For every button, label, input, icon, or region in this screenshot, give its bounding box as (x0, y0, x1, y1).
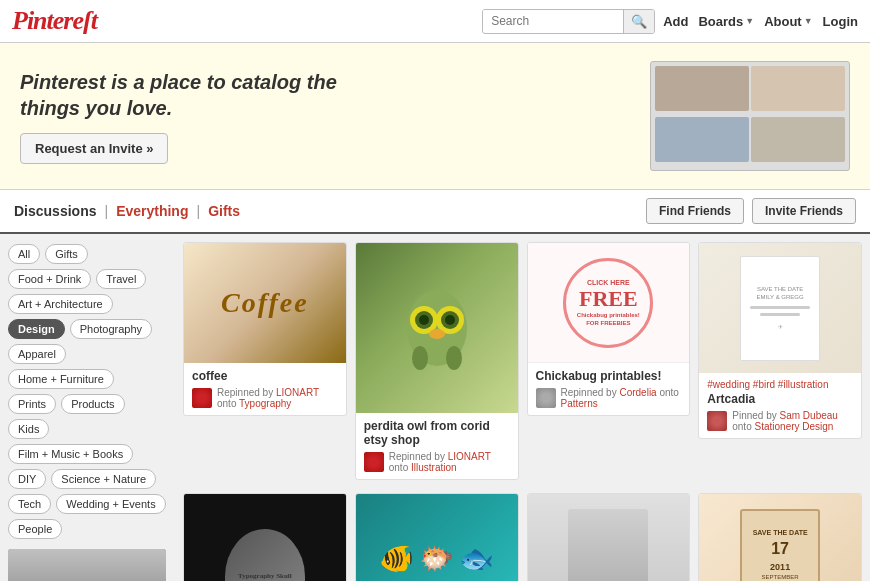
fish-icon: 🐠 (379, 542, 414, 575)
chevron-down-icon: ▼ (745, 16, 754, 26)
filter-all[interactable]: All (8, 244, 40, 264)
pin-board-link[interactable]: Illustration (411, 462, 457, 473)
banner: Pinterest is a place to catalog the thin… (0, 43, 870, 190)
pin-card[interactable]: perdita owl from corid etsy shop Repinne… (355, 242, 519, 480)
avatar (707, 411, 727, 431)
filter-gifts[interactable]: Gifts (45, 244, 88, 264)
logo[interactable]: Pintereſt (12, 6, 97, 36)
sidebar-person-image (8, 549, 166, 581)
pin-board-link[interactable]: Patterns (561, 398, 598, 409)
preview-thumb (655, 117, 749, 162)
filter-design[interactable]: Design (8, 319, 65, 339)
card-visual: SAVE THE DATEEMILY & GREGG ✈ (740, 256, 820, 361)
invite-friends-button[interactable]: Invite Friends (752, 198, 856, 224)
filter-products[interactable]: Products (61, 394, 124, 414)
svg-point-8 (412, 346, 428, 370)
invite-button[interactable]: Request an Invite » (20, 133, 168, 164)
pin-card[interactable]: Coffee coffee Repinned by LIONART onto T… (183, 242, 347, 416)
pin-user-link[interactable]: Cordelia (619, 387, 656, 398)
fish-icon: 🐡 (419, 542, 454, 575)
boards-button[interactable]: Boards ▼ (698, 14, 754, 29)
header: Pintereſt 🔍 Add Boards ▼ About ▼ Login (0, 0, 870, 43)
separator: | (196, 203, 200, 219)
pin-body: coffee Repinned by LIONART onto Typograp… (184, 363, 346, 415)
filter-food-drink[interactable]: Food + Drink (8, 269, 91, 289)
preview-thumb (751, 117, 845, 162)
filter-film-music-books[interactable]: Film + Music + Books (8, 444, 133, 464)
pin-title: Artcadia (707, 392, 853, 406)
filter-science-nature[interactable]: Science + Nature (51, 469, 156, 489)
banner-preview (650, 61, 850, 171)
login-button[interactable]: Login (823, 14, 858, 29)
pin-card[interactable]: CLICK HERE FREE Chickabug printables! FO… (527, 242, 691, 416)
about-button[interactable]: About ▼ (764, 14, 812, 29)
sub-nav-left: Discussions | Everything | Gifts (14, 203, 240, 219)
search-button[interactable]: 🔍 (623, 10, 654, 33)
pin-image-skull: Typography Skull (184, 494, 346, 582)
preview-thumb (751, 66, 845, 111)
filter-diy[interactable]: DIY (8, 469, 46, 489)
add-button[interactable]: Add (663, 14, 688, 29)
pin-card[interactable] (527, 493, 691, 582)
pin-card[interactable]: SAVE THE DATE 17 2011 SEPTEMBER PORTUGAL… (698, 493, 862, 582)
svg-point-5 (419, 315, 429, 325)
filter-photography[interactable]: Photography (70, 319, 152, 339)
chickabug-badge: CLICK HERE FREE Chickabug printables! FO… (563, 258, 653, 348)
pin-card[interactable]: Typography Skull Seven Deadly Sins Repin… (183, 493, 347, 582)
chevron-down-icon: ▼ (804, 16, 813, 26)
svg-point-9 (446, 346, 462, 370)
save-date-card: SAVE THE DATE 17 2011 SEPTEMBER PORTUGAL (740, 509, 820, 582)
filter-people[interactable]: People (8, 519, 62, 539)
everything-link[interactable]: Everything (116, 203, 188, 219)
sub-nav-right: Find Friends Invite Friends (646, 198, 856, 224)
filter-travel[interactable]: Travel (96, 269, 146, 289)
pin-repinned-label: Repinned by LIONART onto Typography (217, 387, 338, 409)
pin-title: coffee (192, 369, 338, 383)
pin-image-coffee: Coffee (184, 243, 346, 363)
separator: | (104, 203, 108, 219)
gifts-link[interactable]: Gifts (208, 203, 240, 219)
pin-meta: Pinned by Sam Dubeau onto Stationery Des… (707, 410, 853, 432)
svg-point-7 (429, 329, 445, 339)
sub-nav: Discussions | Everything | Gifts Find Fr… (0, 190, 870, 234)
main: All Gifts Food + Drink Travel Art + Arch… (0, 234, 870, 581)
pin-body: perdita owl from corid etsy shop Repinne… (356, 413, 518, 479)
avatar (364, 452, 384, 472)
discussions-link[interactable]: Discussions (14, 203, 96, 219)
preview-thumb (655, 66, 749, 111)
pin-user-link[interactable]: LIONART (448, 451, 491, 462)
sidebar: All Gifts Food + Drink Travel Art + Arch… (0, 234, 175, 581)
pin-title: Chickabug printables! (536, 369, 682, 383)
card-line (750, 306, 810, 309)
filter-prints[interactable]: Prints (8, 394, 56, 414)
pin-hashtags: #wedding #bird #illustration (707, 379, 853, 390)
pins-area: Coffee coffee Repinned by LIONART onto T… (175, 234, 870, 581)
find-friends-button[interactable]: Find Friends (646, 198, 744, 224)
pin-image-chickabug: CLICK HERE FREE Chickabug printables! FO… (528, 243, 690, 363)
pin-title: perdita owl from corid etsy shop (364, 419, 510, 447)
search-box: 🔍 (482, 9, 655, 34)
pin-card[interactable]: 🐠 🐡 🐟 Michael Iver Cold Fish Repinned by… (355, 493, 519, 582)
card-line (760, 313, 800, 316)
pin-user-link[interactable]: Sam Dubeau (780, 410, 838, 421)
pin-body: Chickabug printables! Repinned by Cordel… (528, 363, 690, 415)
owl-svg (402, 278, 472, 378)
header-nav: Add Boards ▼ About ▼ Login (663, 14, 858, 29)
filter-home-furniture[interactable]: Home + Furniture (8, 369, 114, 389)
pin-pinned-label: Pinned by Sam Dubeau onto Stationery Des… (732, 410, 853, 432)
pin-image-savedate: SAVE THE DATE 17 2011 SEPTEMBER PORTUGAL (699, 494, 861, 582)
pin-image-owl (356, 243, 518, 413)
filter-kids[interactable]: Kids (8, 419, 49, 439)
filter-apparel[interactable]: Apparel (8, 344, 66, 364)
search-input[interactable] (483, 10, 623, 32)
pin-board-link[interactable]: Stationery Design (755, 421, 834, 432)
filter-tech[interactable]: Tech (8, 494, 51, 514)
filter-wedding-events[interactable]: Wedding + Events (56, 494, 165, 514)
pin-meta: Repinned by LIONART onto Illustration (364, 451, 510, 473)
filter-art-architecture[interactable]: Art + Architecture (8, 294, 113, 314)
pin-card[interactable]: SAVE THE DATEEMILY & GREGG ✈ #wedding #b… (698, 242, 862, 439)
pin-image-tattoo (528, 494, 690, 582)
pin-body: #wedding #bird #illustration Artcadia Pi… (699, 373, 861, 438)
pin-user-link[interactable]: LIONART (276, 387, 319, 398)
pin-board-link[interactable]: Typography (239, 398, 291, 409)
